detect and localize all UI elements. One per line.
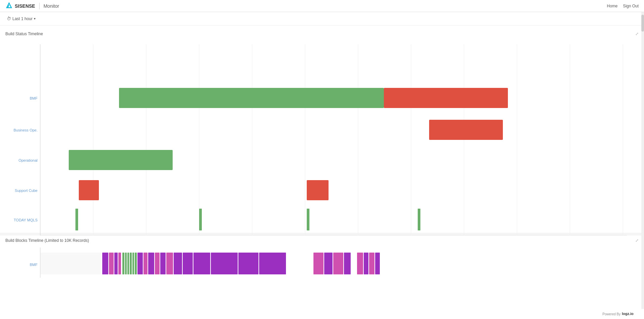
panel1-title: Build Status Timeline	[5, 32, 43, 36]
panel2-expand-icon[interactable]: ⤢	[635, 238, 639, 243]
block-bar-p6	[174, 253, 182, 274]
time-filter-bar: ⏱ Last 1 hour ▾	[0, 12, 644, 25]
time-filter-label: Last 1 hour	[12, 16, 33, 21]
panel2-header: Build Blocks Timeline (Limited to 10K Re…	[0, 235, 644, 244]
today-green-2	[199, 209, 202, 230]
header-right: Home Sign Out	[607, 4, 639, 8]
header-left: SISENSE Monitor	[5, 2, 59, 10]
block-bar-m3	[143, 253, 148, 274]
sign-out-link[interactable]: Sign Out	[623, 4, 639, 8]
y-label-operational[interactable]: Operational	[18, 158, 38, 162]
block-bar-p9	[211, 253, 238, 274]
build-status-panel: Build Status Timeline ⤢ BMF Business Ope…	[0, 29, 644, 230]
business-red-bar	[429, 120, 503, 140]
block-bar-g5	[132, 253, 134, 274]
block-bar-p10	[238, 253, 258, 274]
block-bar-m7	[333, 253, 343, 274]
block-bar-g2	[125, 253, 127, 274]
block-bar-p13	[344, 253, 351, 274]
y-label-today[interactable]: TODAY MQLS	[14, 218, 38, 222]
block-bar-p12	[324, 253, 333, 274]
blocks-y-label-bmf[interactable]: BMF	[30, 263, 38, 267]
y-label-support[interactable]: Support Cube	[15, 189, 38, 193]
block-bar-g3	[127, 253, 129, 274]
support-red-bar-1	[79, 180, 99, 200]
block-bar-p14	[364, 253, 368, 274]
logo-icon	[5, 2, 13, 10]
block-bar-g6	[135, 253, 137, 274]
panel1-expand-icon[interactable]: ⤢	[635, 32, 639, 36]
scrollbar-track[interactable]	[641, 12, 644, 299]
operational-green-bar	[69, 150, 173, 170]
header-divider	[39, 3, 40, 9]
block-bar-m1	[109, 253, 114, 274]
block-bar-p11	[259, 253, 286, 274]
block-bar-p15	[375, 253, 380, 274]
build-blocks-panel: Build Blocks Timeline (Limited to 10K Re…	[0, 235, 644, 293]
bmf-red-bar	[384, 88, 508, 108]
home-link[interactable]: Home	[607, 4, 618, 8]
panel-separator	[0, 233, 644, 235]
block-bar-p5	[160, 253, 166, 274]
support-red-bar-2	[307, 180, 329, 200]
block-bar-m6	[313, 253, 324, 274]
build-blocks-svg: BMF	[20, 244, 630, 284]
block-bar-m9	[369, 253, 374, 274]
y-label-business[interactable]: Business Ope.	[13, 128, 38, 132]
panel1-header: Build Status Timeline ⤢	[0, 29, 644, 38]
block-bar-m2	[118, 253, 121, 274]
clock-icon: ⏱	[7, 16, 11, 21]
app-header: SISENSE Monitor Home Sign Out	[0, 0, 644, 12]
logo-text: SISENSE	[15, 3, 35, 9]
today-green-1	[75, 209, 78, 230]
chevron-down-icon: ▾	[34, 17, 36, 20]
today-green-3	[307, 209, 309, 230]
time-filter-button[interactable]: ⏱ Last 1 hour ▾	[5, 15, 37, 22]
block-bar-m8	[357, 253, 363, 274]
main-content: Build Status Timeline ⤢ BMF Business Ope…	[0, 25, 644, 299]
blocks-empty-area	[41, 253, 101, 274]
build-status-chart: BMF Business Ope. Operational Support Cu…	[0, 38, 644, 230]
block-bar-g4	[130, 253, 132, 274]
block-bar-p2	[114, 253, 118, 274]
block-bar-g1	[122, 253, 124, 274]
bmf-green-bar	[119, 88, 384, 108]
block-bar-m5	[166, 253, 173, 274]
build-status-svg: BMF Business Ope. Operational Support Cu…	[20, 38, 630, 222]
monitor-label: Monitor	[44, 3, 59, 9]
block-bar-p7	[183, 253, 193, 274]
sisense-logo: SISENSE	[5, 2, 35, 10]
block-bar-p3	[137, 253, 143, 274]
today-green-4	[418, 209, 420, 230]
scrollbar-thumb[interactable]	[641, 15, 644, 32]
block-bar-p8	[193, 253, 210, 274]
y-label-bmf[interactable]: BMF	[30, 96, 38, 100]
block-bar-p1	[102, 253, 108, 274]
build-blocks-chart: BMF	[0, 244, 644, 293]
block-bar-m4	[155, 253, 160, 274]
panel2-title: Build Blocks Timeline (Limited to 10K Re…	[5, 238, 89, 243]
block-bar-p4	[148, 253, 154, 274]
